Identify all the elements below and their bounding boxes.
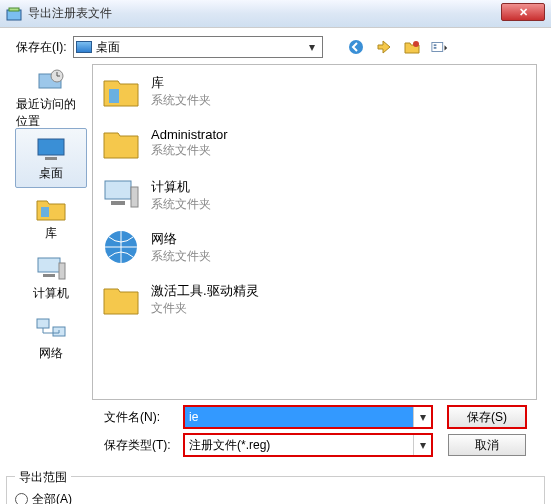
save-in-row: 保存在(I): 桌面 ▾: [16, 36, 541, 58]
svg-rect-11: [41, 207, 49, 217]
svg-rect-4: [432, 43, 443, 52]
filetype-label: 保存类型(T):: [104, 437, 184, 454]
folder-icon: [101, 279, 141, 319]
item-type: 文件夹: [151, 300, 259, 317]
computer-icon: [101, 175, 141, 215]
list-item[interactable]: 库系统文件夹: [93, 65, 536, 117]
svg-rect-12: [38, 258, 60, 272]
filename-combo[interactable]: ▾: [184, 406, 432, 428]
export-range-group: 导出范围 全部(A) 所选分支(E): [6, 476, 545, 504]
svg-rect-5: [433, 44, 436, 46]
place-network[interactable]: 网络: [15, 308, 87, 368]
computer-icon: [35, 255, 67, 283]
folder-icon: [101, 123, 141, 163]
radio-all-row[interactable]: 全部(A): [15, 491, 536, 504]
item-name: 计算机: [151, 178, 211, 196]
filetype-value: 注册文件(*.reg): [185, 435, 413, 455]
libraries-icon: [35, 195, 67, 223]
export-range-legend: 导出范围: [15, 469, 71, 486]
item-type: 系统文件夹: [151, 92, 211, 109]
desktop-icon: [35, 135, 67, 163]
place-label: 网络: [39, 345, 63, 362]
place-computer[interactable]: 计算机: [15, 248, 87, 308]
recent-icon: [35, 66, 67, 94]
chevron-down-icon[interactable]: ▾: [304, 40, 320, 54]
main-split: 最近访问的位置 桌面 库 计算机 网络 库系统文件夹: [10, 64, 541, 400]
save-in-label: 保存在(I):: [16, 39, 67, 56]
places-bar: 最近访问的位置 桌面 库 计算机 网络: [10, 64, 92, 400]
svg-rect-9: [38, 139, 64, 155]
cancel-button[interactable]: 取消: [448, 434, 526, 456]
place-libraries[interactable]: 库: [15, 188, 87, 248]
svg-rect-17: [109, 89, 119, 103]
radio-all[interactable]: [15, 493, 28, 504]
svg-rect-19: [111, 201, 125, 205]
svg-point-3: [413, 41, 419, 47]
network-icon: [101, 227, 141, 267]
library-icon: [101, 71, 141, 111]
back-icon[interactable]: [347, 38, 365, 56]
svg-rect-18: [105, 181, 131, 199]
filetype-combo[interactable]: 注册文件(*.reg) ▾: [184, 434, 432, 456]
titlebar: 导出注册表文件 ✕: [0, 0, 551, 28]
list-item[interactable]: 激活工具.驱动精灵文件夹: [93, 273, 536, 325]
svg-rect-20: [131, 187, 138, 207]
place-label: 库: [45, 225, 57, 242]
filename-input[interactable]: [185, 407, 413, 427]
item-name: 网络: [151, 230, 211, 248]
item-name: 库: [151, 74, 211, 92]
app-icon: [6, 6, 22, 22]
chevron-down-icon[interactable]: ▾: [413, 407, 431, 427]
list-item[interactable]: 网络系统文件夹: [93, 221, 536, 273]
place-recent[interactable]: 最近访问的位置: [15, 68, 87, 128]
svg-rect-14: [59, 263, 65, 279]
up-icon[interactable]: [375, 38, 393, 56]
item-name: 激活工具.驱动精灵: [151, 282, 259, 300]
place-label: 桌面: [39, 165, 63, 182]
toolbar: [347, 38, 449, 56]
network-icon: [35, 315, 67, 343]
svg-rect-10: [45, 157, 57, 160]
item-type: 系统文件夹: [151, 248, 211, 265]
item-name: Administrator: [151, 127, 228, 142]
item-type: 系统文件夹: [151, 142, 228, 159]
dialog-body: 保存在(I): 桌面 ▾ 最近访问的位置 桌面 库: [0, 28, 551, 468]
list-item[interactable]: Administrator系统文件夹: [93, 117, 536, 169]
close-button[interactable]: ✕: [501, 3, 545, 21]
desktop-icon: [76, 41, 92, 53]
radio-all-label: 全部(A): [32, 491, 72, 504]
svg-rect-13: [43, 274, 55, 277]
new-folder-icon[interactable]: [403, 38, 421, 56]
svg-rect-15: [37, 319, 49, 328]
list-item[interactable]: 计算机系统文件夹: [93, 169, 536, 221]
filename-row: 文件名(N): ▾ 保存(S): [104, 406, 541, 428]
save-in-value: 桌面: [96, 39, 304, 56]
save-in-combo[interactable]: 桌面 ▾: [73, 36, 323, 58]
place-label: 最近访问的位置: [16, 96, 86, 130]
svg-rect-1: [9, 8, 19, 11]
svg-point-2: [349, 40, 363, 54]
svg-rect-6: [433, 47, 436, 49]
item-type: 系统文件夹: [151, 196, 211, 213]
place-desktop[interactable]: 桌面: [15, 128, 87, 188]
save-button[interactable]: 保存(S): [448, 406, 526, 428]
file-list[interactable]: 库系统文件夹 Administrator系统文件夹 计算机系统文件夹 网络系统文…: [92, 64, 537, 400]
filetype-row: 保存类型(T): 注册文件(*.reg) ▾ 取消: [104, 434, 541, 456]
chevron-down-icon[interactable]: ▾: [413, 435, 431, 455]
window-title: 导出注册表文件: [28, 5, 112, 22]
filename-label: 文件名(N):: [104, 409, 184, 426]
place-label: 计算机: [33, 285, 69, 302]
views-icon[interactable]: [431, 38, 449, 56]
